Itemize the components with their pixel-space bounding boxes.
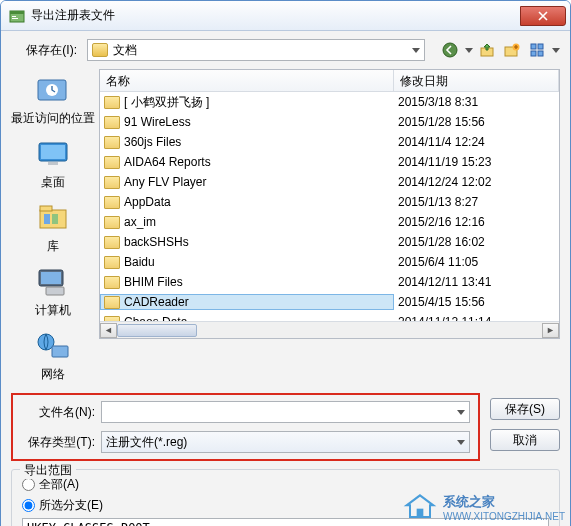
file-date: 2014/11/4 12:24 bbox=[394, 135, 559, 149]
table-row[interactable]: 91 WireLess2015/1/28 15:56 bbox=[100, 112, 559, 132]
file-date: 2015/1/28 15:56 bbox=[394, 115, 559, 129]
table-row[interactable]: Any FLV Player2014/12/24 12:02 bbox=[100, 172, 559, 192]
sidebar-network[interactable]: 网络 bbox=[11, 329, 95, 383]
svg-rect-20 bbox=[52, 214, 58, 224]
svg-rect-23 bbox=[46, 287, 64, 295]
svg-rect-9 bbox=[538, 44, 543, 49]
file-rows[interactable]: [ 小鹤双拼飞扬 ]2015/3/18 8:3191 WireLess2015/… bbox=[100, 92, 559, 321]
file-date: 2014/12/24 12:02 bbox=[394, 175, 559, 189]
file-name: AppData bbox=[124, 195, 171, 209]
close-button[interactable] bbox=[520, 6, 566, 26]
view-button[interactable] bbox=[526, 39, 548, 61]
file-date: 2014/12/11 13:41 bbox=[394, 275, 559, 289]
view-dropdown[interactable] bbox=[551, 39, 560, 61]
svg-point-4 bbox=[443, 43, 457, 57]
export-range-legend: 导出范围 bbox=[20, 462, 76, 479]
file-date: 2015/3/18 8:31 bbox=[394, 95, 559, 109]
svg-rect-18 bbox=[40, 206, 52, 211]
folder-icon bbox=[104, 296, 120, 309]
filename-fields: 文件名(N): 保存类型(T): 注册文件(*.reg) bbox=[11, 393, 480, 461]
watermark-brand: 系统之家 bbox=[443, 494, 495, 509]
new-folder-button[interactable] bbox=[501, 39, 523, 61]
folder-icon bbox=[104, 176, 120, 189]
file-name: Any FLV Player bbox=[124, 175, 206, 189]
file-name: AIDA64 Reports bbox=[124, 155, 211, 169]
folder-icon bbox=[104, 276, 120, 289]
file-name: BHIM Files bbox=[124, 275, 183, 289]
filetype-value: 注册文件(*.reg) bbox=[106, 434, 187, 451]
col-name[interactable]: 名称 bbox=[100, 70, 394, 91]
table-row[interactable]: AppData2015/1/13 8:27 bbox=[100, 192, 559, 212]
file-list: 名称 修改日期 [ 小鹤双拼飞扬 ]2015/3/18 8:3191 WireL… bbox=[99, 69, 560, 339]
file-date: 2014/11/19 15:23 bbox=[394, 155, 559, 169]
scroll-thumb[interactable] bbox=[117, 324, 197, 337]
folder-icon bbox=[92, 43, 108, 57]
places-sidebar: 最近访问的位置 桌面 库 计算机 网络 bbox=[11, 69, 95, 383]
table-row[interactable]: AIDA64 Reports2014/11/19 15:23 bbox=[100, 152, 559, 172]
file-date: 2015/1/28 16:02 bbox=[394, 235, 559, 249]
folder-icon bbox=[104, 136, 120, 149]
svg-rect-16 bbox=[48, 162, 58, 165]
svg-rect-19 bbox=[44, 214, 50, 224]
chevron-down-icon bbox=[457, 440, 465, 445]
nav-up-button[interactable] bbox=[476, 39, 498, 61]
regedit-icon bbox=[9, 8, 25, 24]
file-date: 2015/1/13 8:27 bbox=[394, 195, 559, 209]
file-date: 2015/4/15 15:56 bbox=[394, 295, 559, 309]
table-row[interactable]: backSHSHs2015/1/28 16:02 bbox=[100, 232, 559, 252]
scroll-track[interactable] bbox=[117, 323, 542, 338]
table-row[interactable]: ax_im2015/2/16 12:16 bbox=[100, 212, 559, 232]
nav-back-button[interactable] bbox=[439, 39, 461, 61]
svg-rect-2 bbox=[12, 16, 16, 17]
sidebar-libraries[interactable]: 库 bbox=[11, 201, 95, 255]
chevron-down-icon[interactable] bbox=[457, 410, 465, 415]
sidebar-recent[interactable]: 最近访问的位置 bbox=[11, 73, 95, 127]
file-date: 2015/2/16 12:16 bbox=[394, 215, 559, 229]
cancel-button[interactable]: 取消 bbox=[490, 429, 560, 451]
table-row[interactable]: Baidu2015/6/4 11:05 bbox=[100, 252, 559, 272]
folder-icon bbox=[104, 216, 120, 229]
window-title: 导出注册表文件 bbox=[31, 7, 520, 24]
scroll-right-button[interactable]: ► bbox=[542, 323, 559, 338]
table-row[interactable]: 360js Files2014/11/4 12:24 bbox=[100, 132, 559, 152]
filename-input-wrap[interactable] bbox=[101, 401, 470, 423]
save-in-label: 保存在(I): bbox=[11, 42, 81, 59]
watermark-logo-icon bbox=[403, 492, 437, 522]
file-name: ax_im bbox=[124, 215, 156, 229]
table-row[interactable]: Chaos Data2014/11/12 11:14 bbox=[100, 312, 559, 321]
sidebar-computer[interactable]: 计算机 bbox=[11, 265, 95, 319]
file-name: Baidu bbox=[124, 255, 155, 269]
svg-rect-1 bbox=[10, 11, 24, 14]
column-headers[interactable]: 名称 修改日期 bbox=[100, 70, 559, 92]
file-date: 2015/6/4 11:05 bbox=[394, 255, 559, 269]
svg-rect-26 bbox=[417, 509, 424, 517]
table-row[interactable]: BHIM Files2014/12/11 13:41 bbox=[100, 272, 559, 292]
folder-icon bbox=[104, 236, 120, 249]
save-button[interactable]: 保存(S) bbox=[490, 398, 560, 420]
table-row[interactable]: [ 小鹤双拼飞扬 ]2015/3/18 8:31 bbox=[100, 92, 559, 112]
filetype-combo[interactable]: 注册文件(*.reg) bbox=[101, 431, 470, 453]
nav-back-dropdown[interactable] bbox=[464, 39, 473, 61]
col-date[interactable]: 修改日期 bbox=[394, 70, 559, 91]
chevron-down-icon bbox=[412, 48, 420, 53]
radio-all[interactable]: 全部(A) bbox=[22, 476, 549, 493]
scroll-left-button[interactable]: ◄ bbox=[100, 323, 117, 338]
file-name: 360js Files bbox=[124, 135, 181, 149]
horizontal-scrollbar[interactable]: ◄ ► bbox=[100, 321, 559, 338]
sidebar-desktop[interactable]: 桌面 bbox=[11, 137, 95, 191]
watermark-url: WWW.XITONGZHIJIA.NET bbox=[443, 511, 565, 522]
folder-icon bbox=[104, 256, 120, 269]
filename-input[interactable] bbox=[106, 405, 457, 419]
folder-icon bbox=[104, 196, 120, 209]
save-in-combo[interactable]: 文档 bbox=[87, 39, 425, 61]
file-name: 91 WireLess bbox=[124, 115, 191, 129]
save-in-value: 文档 bbox=[113, 42, 137, 59]
svg-rect-22 bbox=[41, 272, 61, 284]
file-name: backSHSHs bbox=[124, 235, 189, 249]
file-name: [ 小鹤双拼飞扬 ] bbox=[124, 94, 209, 111]
table-row[interactable]: CADReader2015/4/15 15:56 bbox=[100, 292, 559, 312]
svg-rect-8 bbox=[531, 44, 536, 49]
folder-icon bbox=[104, 96, 120, 109]
filename-label: 文件名(N): bbox=[21, 404, 95, 421]
svg-rect-15 bbox=[41, 145, 65, 159]
